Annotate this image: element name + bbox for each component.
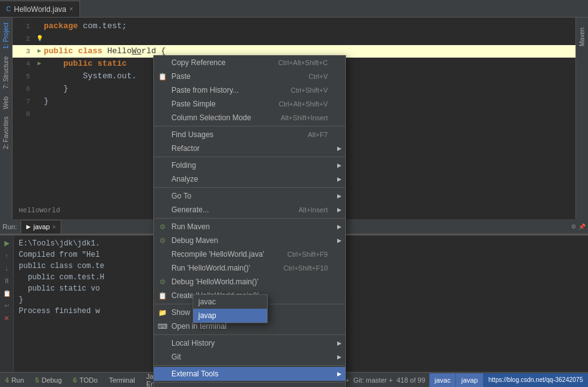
play-button[interactable]: ▶ <box>2 238 12 248</box>
menu-copy-ref-label: Copy Reference <box>171 58 226 67</box>
sidebar-item-favorites[interactable]: 2: Favorites <box>3 114 9 152</box>
run-toolbar-right: ⚙ 📌 <box>571 224 585 230</box>
sidebar-item-web[interactable]: Web <box>3 94 9 111</box>
up-button[interactable]: ↑ <box>2 250 12 261</box>
paste-icon: 📋 <box>158 71 168 81</box>
menu-item-compare-clipboard[interactable]: 📋 Compare with Clipboard <box>154 384 345 387</box>
menu-debug-maven-label: Debug Maven <box>171 236 218 245</box>
menu-analyze-label: Analyze <box>171 175 198 183</box>
url-text: https://blog.csdn.net/qq-36242075 <box>489 376 583 383</box>
run-javap-label: javap <box>461 376 477 384</box>
submenu-javap-label: javap <box>198 311 216 320</box>
settings-icon[interactable]: ⚙ <box>571 224 576 230</box>
menu-item-folding[interactable]: Folding <box>154 158 345 172</box>
tab-todo-label: TODo <box>79 376 98 384</box>
code-line-1: 1 package com.test; <box>13 20 575 33</box>
external-tools-submenu: javac javap <box>193 294 268 323</box>
run-tab-javap[interactable]: ▶ javap × <box>21 220 61 234</box>
run-tab-close[interactable]: × <box>53 224 56 230</box>
separator-6 <box>154 334 345 335</box>
sidebar-item-project[interactable]: 1: Project <box>3 20 9 51</box>
menu-item-local-history[interactable]: Local History <box>154 336 345 350</box>
menu-recompile-shortcut: Ctrl+Shift+F9 <box>287 250 340 258</box>
sidebar-item-maven[interactable]: Maven <box>579 25 585 49</box>
menu-run-main-label: Run 'HelloWorld.main()' <box>171 264 250 272</box>
menu-paste-simple-label: Paste Simple <box>171 100 216 108</box>
tab-terminal[interactable]: Terminal <box>104 373 140 387</box>
application-window: C HelloWorld.java × 1: Project 7: Struct… <box>0 0 588 387</box>
menu-refactor-label: Refactor <box>171 144 200 153</box>
separator-2 <box>154 157 345 157</box>
wrap-button[interactable]: ↩ <box>2 301 12 311</box>
run-javap-btn[interactable]: javap <box>455 373 482 387</box>
file-tab-close[interactable]: × <box>69 6 73 13</box>
menu-item-refactor[interactable]: Refactor <box>154 142 345 155</box>
tab-todo[interactable]: 6 TODo <box>68 373 103 387</box>
run-javac-btn[interactable]: javac <box>429 373 456 387</box>
menu-item-paste[interactable]: 📋 Paste Ctrl+V <box>154 70 345 83</box>
code-line-2: 2 💡 <box>13 33 575 45</box>
sidebar-item-structure[interactable]: 7: Structure <box>3 54 9 91</box>
menu-find-usages-label: Find Usages <box>171 130 213 139</box>
pin-icon[interactable]: 📌 <box>579 224 585 230</box>
copy-button[interactable]: 📋 <box>2 288 12 298</box>
menu-item-col-select[interactable]: Column Selection Mode Alt+Shift+Insert <box>154 111 345 125</box>
status-url[interactable]: https://blog.csdn.net/qq-36242075 <box>483 373 588 387</box>
menu-item-copy-ref[interactable]: Copy Reference Ctrl+Alt+Shift+C <box>154 56 345 70</box>
maven-run-icon: ⚙ <box>158 222 168 232</box>
submenu-item-javac[interactable]: javac <box>193 295 267 309</box>
tab-debug[interactable]: 5 Debug <box>30 373 67 387</box>
menu-recompile-label: Recompile 'HelloWorld.java' <box>171 250 264 259</box>
menu-debug-main-label: Debug 'HelloWorld.main()' <box>171 277 258 286</box>
file-tab-name: HelloWorld.java <box>14 5 66 14</box>
run-label: Run: <box>3 223 17 230</box>
context-menu: Copy Reference Ctrl+Alt+Shift+C 📋 Paste … <box>153 55 346 387</box>
menu-external-tools-label: External Tools <box>171 369 218 378</box>
menu-run-maven-label: Run Maven <box>171 222 210 231</box>
java-file-icon: C <box>6 6 11 13</box>
run-javac-label: javac <box>435 376 451 384</box>
stop-button[interactable]: ✕ <box>2 313 12 323</box>
menu-item-find-usages[interactable]: Find Usages Alt+F7 <box>154 128 345 142</box>
status-git[interactable]: Git: master + <box>353 376 393 384</box>
menu-item-paste-history[interactable]: Paste from History... Ctrl+Shift+V <box>154 83 345 97</box>
tab-debug-label: Debug <box>41 376 61 384</box>
menu-item-analyze[interactable]: Analyze <box>154 172 345 186</box>
file-tabs-bar: C HelloWorld.java × <box>0 0 588 18</box>
menu-item-run-main[interactable]: Run 'HelloWorld.main()' Ctrl+Shift+F10 <box>154 261 345 275</box>
menu-item-goto[interactable]: Go To <box>154 189 345 203</box>
submenu-item-javap[interactable]: javap <box>193 309 267 322</box>
menu-git-label: Git <box>171 353 181 361</box>
menu-item-debug-main[interactable]: ⚙ Debug 'HelloWorld.main()' <box>154 275 345 289</box>
gutter-1 <box>35 20 44 33</box>
menu-copy-ref-shortcut: Ctrl+Alt+Shift+C <box>278 59 340 66</box>
file-tab-helloworld[interactable]: C HelloWorld.java × <box>0 1 80 17</box>
menu-open-terminal-label: Open in terminal <box>171 322 226 331</box>
separator-7 <box>154 365 345 366</box>
down-button[interactable]: ↓ <box>2 263 12 273</box>
gutter-5 <box>35 70 44 83</box>
separator-1 <box>154 126 345 126</box>
menu-run-main-shortcut: Ctrl+Shift+F10 <box>283 264 340 272</box>
tab-terminal-label: Terminal <box>109 376 135 384</box>
bottom-left-toolbar: ▶ ↑ ↓ ⏸ 📋 ↩ ✕ <box>0 235 14 372</box>
menu-generate-shortcut: Alt+Insert <box>298 206 340 214</box>
gutter-7 <box>35 95 44 108</box>
status-lines: 418 of 99 <box>397 376 425 384</box>
play-icon: ▶ <box>26 224 31 230</box>
gutter-8 <box>35 108 44 120</box>
menu-item-recompile[interactable]: Recompile 'HelloWorld.java' Ctrl+Shift+F… <box>154 247 345 261</box>
menu-item-external-tools[interactable]: External Tools <box>154 367 345 381</box>
menu-generate-label: Generate... <box>171 205 209 214</box>
menu-item-paste-simple[interactable]: Paste Simple Ctrl+Alt+Shift+V <box>154 97 345 111</box>
menu-item-debug-maven[interactable]: ⚙ Debug Maven <box>154 234 345 247</box>
menu-item-run-maven[interactable]: ⚙ Run Maven <box>154 220 345 234</box>
menu-item-git[interactable]: Git <box>154 350 345 364</box>
menu-item-generate[interactable]: Generate... Alt+Insert <box>154 203 345 217</box>
gutter-4: ▶ <box>35 58 44 70</box>
pause-button[interactable]: ⏸ <box>2 276 12 286</box>
menu-paste-shortcut: Ctrl+V <box>308 73 340 80</box>
tab-run-label: Run <box>11 376 24 384</box>
status-tabs-row: 4 Run 5 Debug 6 TODo Terminal Java Enter… <box>0 373 171 387</box>
tab-run[interactable]: 4 Run <box>0 373 29 387</box>
